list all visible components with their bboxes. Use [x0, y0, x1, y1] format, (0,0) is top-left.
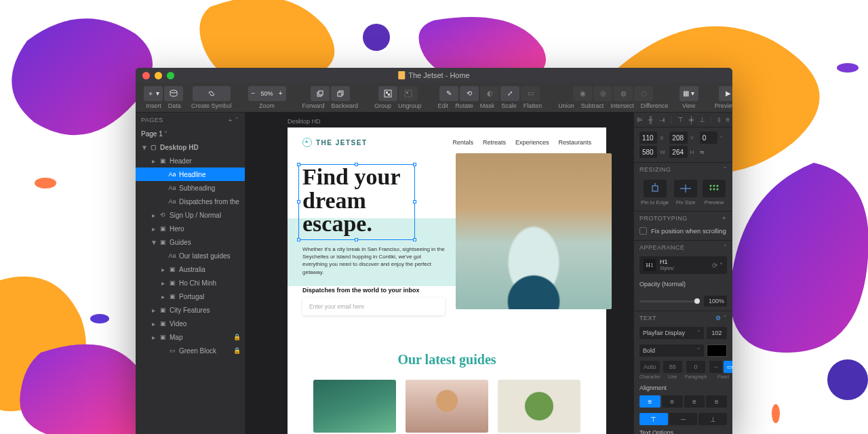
- y-input[interactable]: [669, 132, 687, 144]
- layer-label: Hero: [170, 225, 184, 233]
- gear-icon[interactable]: ⚙: [715, 315, 722, 321]
- maximize-window-button[interactable]: [167, 72, 174, 79]
- align-right-button[interactable]: ≡: [684, 395, 705, 408]
- data-button[interactable]: [164, 86, 183, 101]
- layer-row[interactable]: ▸▣Portugal: [136, 290, 245, 303]
- subtract-button[interactable]: ◎: [593, 86, 612, 101]
- logo-icon: [302, 138, 312, 147]
- fixed-width-button[interactable]: ▭: [724, 361, 732, 373]
- fix-position-checkbox[interactable]: [639, 227, 647, 235]
- edit-button[interactable]: ✎: [439, 86, 458, 101]
- distribute-v-icon[interactable]: ≡: [726, 116, 730, 123]
- layer-row[interactable]: ▼▣Guides: [136, 235, 245, 249]
- valign-bottom-button[interactable]: ⊥: [698, 413, 727, 425]
- difference-button[interactable]: ◌: [634, 86, 653, 101]
- group-button[interactable]: [378, 86, 397, 101]
- width-input[interactable]: [639, 146, 657, 158]
- folder-icon: ▣: [159, 157, 167, 164]
- align-v-center-icon[interactable]: ╪: [689, 116, 694, 123]
- align-top-icon[interactable]: ⊤: [677, 116, 684, 123]
- lock-icon[interactable]: 🔒: [231, 334, 241, 340]
- x-input[interactable]: [639, 132, 657, 144]
- add-prototype-icon[interactable]: ＋: [721, 214, 728, 222]
- create-symbol-button[interactable]: [193, 86, 231, 101]
- add-page-button[interactable]: ＋ ˅: [227, 116, 239, 125]
- layer-row[interactable]: ▸▣City Features: [136, 303, 245, 317]
- layer-row[interactable]: ▸⟲Sign Up / Normal: [136, 208, 245, 222]
- svg-point-20: [710, 185, 712, 187]
- mask-button[interactable]: ◐: [480, 86, 499, 101]
- layer-row[interactable]: AaSubheading: [136, 181, 245, 195]
- layer-row[interactable]: ▸▣Header: [136, 154, 245, 167]
- layer-row[interactable]: ▼▢Desktop HD: [136, 140, 245, 154]
- forward-button[interactable]: [311, 86, 330, 101]
- chevron-down-icon[interactable]: ˅: [724, 315, 728, 321]
- artboard-label[interactable]: Desktop HD: [288, 118, 321, 125]
- layer-row[interactable]: ▸▣Hero: [136, 222, 245, 235]
- paragraph-spacing-input[interactable]: 0: [686, 361, 705, 373]
- shared-style-picker[interactable]: H1 H1Styles/ ⟳ ˅: [639, 256, 727, 274]
- auto-width-button[interactable]: ↔: [709, 361, 722, 373]
- distribute-h-icon[interactable]: ⦀: [717, 116, 720, 124]
- intersect-button[interactable]: ◍: [614, 86, 633, 101]
- layer-row[interactable]: ▸▣Ho Chi Minh: [136, 276, 245, 290]
- titlebar[interactable]: The Jetset - Home: [136, 68, 732, 83]
- character-spacing-input[interactable]: Auto: [640, 361, 660, 373]
- zoom-control[interactable]: −50%+: [248, 86, 286, 101]
- artboard[interactable]: THE JETSET Rentals Retreats Experiences …: [288, 127, 606, 434]
- fix-size-button[interactable]: [674, 180, 697, 197]
- layer-row[interactable]: ▸▣Australia: [136, 262, 245, 276]
- opacity-slider[interactable]: [639, 300, 700, 302]
- valign-middle-button[interactable]: ─: [669, 413, 698, 425]
- align-h-center-icon[interactable]: ╫: [648, 116, 653, 123]
- layer-label: Header: [170, 157, 192, 165]
- align-justify-button[interactable]: ≡: [706, 395, 727, 408]
- canvas[interactable]: Desktop HD THE JETSET Rentals Retreats E…: [245, 113, 633, 434]
- minimize-window-button[interactable]: [155, 72, 162, 79]
- view-button[interactable]: ▦ ▾: [679, 86, 698, 101]
- align-bottom-icon[interactable]: ⊥: [699, 116, 705, 123]
- height-input[interactable]: [669, 146, 687, 158]
- font-weight-picker[interactable]: Bold˅: [639, 344, 704, 357]
- nav-link: Rentals: [452, 139, 473, 146]
- layer-row[interactable]: ▸▣Map🔒: [136, 330, 245, 344]
- layer-row[interactable]: AaOur latest guides: [136, 249, 245, 262]
- selection-box[interactable]: [298, 164, 415, 240]
- svg-point-25: [717, 189, 719, 191]
- subscribe-label: Dispatches from the world to your inbox: [302, 287, 445, 294]
- nav-link: Restaurants: [558, 139, 591, 146]
- font-size-input[interactable]: 102: [707, 327, 727, 339]
- chevron-down-icon[interactable]: ˅: [724, 166, 728, 173]
- valign-top-button[interactable]: ⊤: [639, 413, 668, 425]
- line-height-input[interactable]: 88: [663, 361, 682, 373]
- rotate-button[interactable]: ⟲: [460, 86, 479, 101]
- scale-button[interactable]: ⤢: [500, 86, 519, 101]
- chevron-down-icon[interactable]: ˅: [724, 244, 728, 251]
- align-left-button[interactable]: ≡: [639, 395, 660, 408]
- pin-to-edge-button[interactable]: [644, 180, 667, 197]
- layer-row[interactable]: AaHeadline: [136, 167, 245, 181]
- flatten-button[interactable]: ▭: [521, 86, 540, 101]
- preview-button[interactable]: ▶: [719, 86, 732, 101]
- insert-button[interactable]: ＋ ▾: [144, 86, 163, 101]
- text-icon: Aa: [168, 252, 176, 259]
- union-button[interactable]: ◉: [573, 86, 592, 101]
- ungroup-button[interactable]: [399, 86, 418, 101]
- align-center-button[interactable]: ≡: [662, 395, 683, 408]
- align-right-icon[interactable]: ⫣: [658, 116, 665, 123]
- close-window-button[interactable]: [142, 72, 150, 79]
- layer-row[interactable]: AaDispatches from the: [136, 195, 245, 208]
- backward-button[interactable]: [331, 86, 350, 101]
- layer-row[interactable]: ▸▣Video: [136, 317, 245, 330]
- font-picker[interactable]: Playfair Display˅: [639, 327, 704, 339]
- lock-icon[interactable]: 🔒: [231, 347, 241, 354]
- resize-preview-button[interactable]: [703, 180, 726, 197]
- opacity-value[interactable]: 100%: [704, 296, 727, 307]
- layer-label: Our latest guides: [179, 252, 231, 260]
- page-item[interactable]: Page 1 ˅: [136, 127, 245, 140]
- color-swatch[interactable]: [707, 344, 727, 357]
- layer-row[interactable]: ▭Green Block🔒: [136, 344, 245, 357]
- align-left-icon[interactable]: ⊫: [637, 116, 643, 123]
- flip-icon[interactable]: ⇋: [700, 149, 707, 155]
- rotation-input[interactable]: [700, 132, 717, 144]
